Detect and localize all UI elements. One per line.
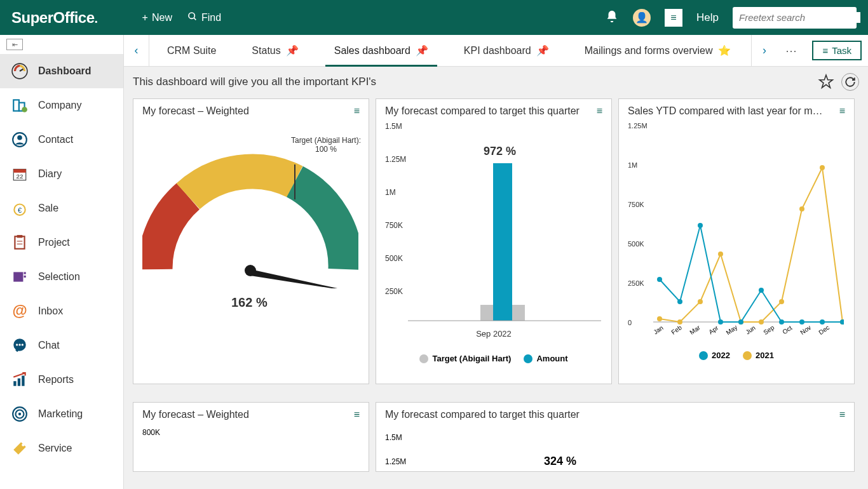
tab-sales-dashboard[interactable]: Sales dashboard📌 — [316, 35, 446, 67]
sidebar-item-dashboard[interactable]: Dashboard — [0, 54, 123, 88]
plus-icon: + — [142, 12, 148, 23]
svg-rect-29 — [18, 378, 20, 386]
sidebar-item-label: Diary — [38, 168, 62, 180]
tabs-prev-button[interactable]: ‹ — [124, 35, 149, 66]
svg-point-57 — [820, 319, 825, 325]
avatar[interactable]: 👤 — [633, 9, 651, 27]
refresh-button[interactable] — [841, 73, 859, 91]
tab-mailings-forms[interactable]: Mailings and forms overview⭐ — [567, 35, 749, 67]
sidebar-item-diary[interactable]: 22 Diary — [0, 157, 123, 191]
company-icon — [11, 97, 28, 114]
svg-point-47 — [820, 165, 825, 170]
dashboard-subtitle: This dashboard will give you all the imp… — [133, 76, 376, 88]
svg-point-55 — [779, 319, 784, 325]
bar-chart: 1.5M 1.25M 1M 750K 500K 250K 972 % — [385, 122, 601, 325]
pin-icon: 📌 — [286, 44, 299, 57]
chart-legend: 2022 2021 — [628, 351, 845, 360]
sidebar-item-label: Dashboard — [38, 65, 92, 77]
contact-icon — [11, 131, 28, 148]
marketing-icon — [11, 406, 28, 422]
collapse-sidebar-button[interactable]: ⇤ — [0, 35, 123, 54]
logo: SuperOffice. — [11, 9, 98, 27]
tile-menu-button[interactable]: ≡ — [354, 409, 360, 420]
svg-point-49 — [657, 277, 662, 282]
tile-sales-ytd: Sales YTD compared with last year for my… — [618, 98, 855, 384]
svg-point-58 — [840, 319, 844, 325]
sidebar-item-label: Company — [38, 100, 81, 111]
sidebar-item-label: Service — [38, 443, 72, 454]
svg-rect-17 — [17, 235, 23, 238]
svg-point-44 — [759, 319, 764, 325]
pin-icon: 📌 — [416, 44, 428, 57]
svg-point-42 — [718, 251, 723, 257]
svg-rect-28 — [13, 381, 16, 386]
tile-menu-button[interactable]: ≡ — [597, 105, 602, 117]
inbox-icon: @ — [11, 303, 28, 319]
svg-point-36 — [245, 265, 256, 276]
svg-point-10 — [17, 135, 22, 140]
dashboard-icon — [11, 63, 28, 79]
tile-menu-button[interactable]: ≡ — [354, 105, 360, 117]
search-input[interactable] — [739, 12, 860, 23]
sidebar-item-contact[interactable]: Contact — [0, 123, 123, 157]
hamburger-icon: ≡ — [822, 45, 828, 56]
sidebar-item-marketing[interactable]: Marketing — [0, 397, 123, 431]
tile-title: My forecast – Weighted — [142, 409, 249, 420]
sidebar-item-label: Marketing — [38, 408, 83, 420]
sidebar-item-label: Selection — [38, 271, 80, 283]
svg-point-39 — [657, 316, 662, 321]
svg-point-34 — [22, 443, 24, 446]
svg-point-54 — [759, 288, 764, 293]
gauge-target-label: Target (Abigail Hart): 100 % — [291, 136, 361, 154]
tab-kpi-dashboard[interactable]: KPI dashboard📌 — [446, 35, 567, 67]
tab-status[interactable]: Status📌 — [234, 35, 316, 67]
new-button[interactable]: +New — [142, 11, 172, 24]
tile-forecast-weighted-2: My forecast – Weighted ≡ 800K — [133, 402, 369, 472]
sidebar-item-inbox[interactable]: @ Inbox — [0, 294, 123, 328]
tile-title: My forecast compared to target this quar… — [385, 409, 580, 420]
tile-menu-button[interactable]: ≡ — [839, 105, 845, 117]
notifications-icon[interactable] — [605, 10, 619, 26]
chart-legend: Target (Abigail Hart) Amount — [385, 354, 602, 363]
tile-title: Sales YTD compared with last year for my… — [628, 105, 825, 117]
sidebar-item-reports[interactable]: Reports — [0, 363, 123, 397]
tab-crm-suite[interactable]: CRM Suite — [149, 35, 234, 67]
svg-point-41 — [698, 299, 703, 304]
svg-text:@: @ — [12, 303, 27, 319]
sidebar-item-selection[interactable]: Selection — [0, 260, 123, 294]
star-icon: ⭐ — [718, 44, 731, 57]
sidebar-item-label: Inbox — [38, 305, 63, 317]
tile-title: My forecast compared to target this quar… — [385, 105, 580, 117]
main-menu-icon[interactable]: ≡ — [665, 9, 682, 27]
svg-point-56 — [799, 319, 804, 325]
task-button[interactable]: ≡Task — [812, 41, 862, 60]
sidebar-item-label: Project — [38, 237, 70, 248]
selection-icon — [11, 269, 28, 285]
service-icon — [11, 440, 28, 457]
tabbar: ‹ CRM Suite Status📌 Sales dashboard📌 KPI… — [124, 35, 868, 67]
tabs-next-button[interactable]: › — [751, 35, 776, 66]
svg-point-52 — [718, 319, 723, 325]
topbar: SuperOffice. +New Find 👤 ≡ Help — [0, 0, 868, 35]
sidebar-item-label: Contact — [38, 134, 73, 145]
sale-icon: € — [11, 200, 28, 217]
gauge-chart — [142, 149, 358, 288]
svg-line-1 — [194, 18, 196, 20]
sidebar-item-company[interactable]: Company — [0, 88, 123, 123]
sidebar-item-chat[interactable]: Chat — [0, 328, 123, 363]
sidebar-item-project[interactable]: Project — [0, 225, 123, 260]
help-link[interactable]: Help — [696, 11, 719, 24]
tile-forecast-vs-target: My forecast compared to target this quar… — [376, 98, 612, 384]
sidebar-item-service[interactable]: Service — [0, 431, 123, 466]
search-box[interactable] — [733, 7, 857, 29]
line-chart: 1.25M 1M 750K 500K 250K 0 — [628, 122, 844, 325]
tile-menu-button[interactable]: ≡ — [839, 409, 845, 420]
svg-point-51 — [698, 223, 703, 228]
chat-icon — [11, 337, 28, 354]
pin-icon: 📌 — [536, 44, 549, 57]
favorite-button[interactable] — [817, 73, 835, 91]
sidebar-item-sale[interactable]: € Sale — [0, 191, 123, 225]
find-button[interactable]: Find — [187, 11, 221, 24]
svg-point-33 — [18, 413, 21, 415]
tabs-more-button[interactable]: ⋯ — [776, 44, 806, 58]
